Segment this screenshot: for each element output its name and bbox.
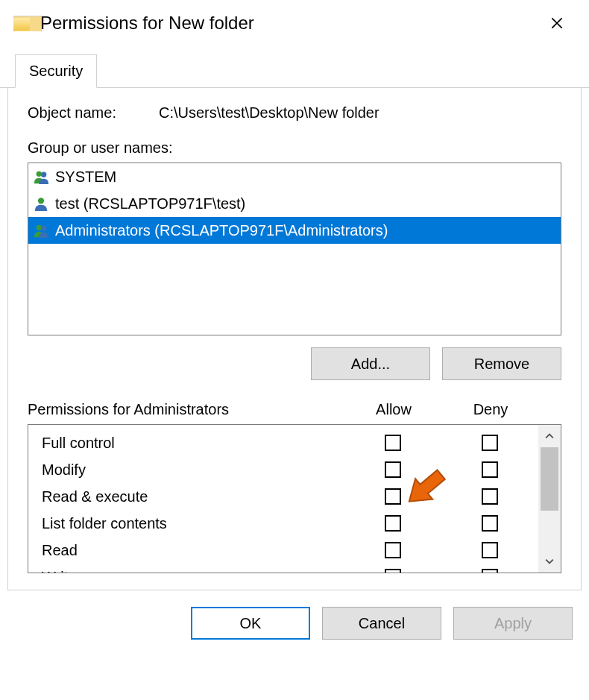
permission-row: Write: [42, 564, 538, 573]
folder-icon: [13, 16, 30, 31]
add-button[interactable]: Add...: [311, 347, 430, 380]
allow-checkbox[interactable]: [385, 542, 401, 558]
permission-row: Full control: [42, 429, 538, 456]
deny-checkbox[interactable]: [482, 435, 498, 451]
permission-row: Read: [42, 537, 538, 564]
scroll-track[interactable]: [538, 447, 561, 550]
permissions-for-label: Permissions for Administrators: [28, 401, 345, 418]
tab-content: Object name: C:\Users\test\Desktop\New f…: [7, 88, 582, 590]
permission-name: Full control: [42, 435, 344, 452]
close-button[interactable]: [540, 8, 574, 38]
allow-checkbox[interactable]: [385, 569, 401, 573]
object-row: Object name: C:\Users\test\Desktop\New f…: [28, 104, 561, 122]
chevron-up-icon: [545, 432, 554, 441]
deny-header: Deny: [442, 401, 539, 418]
object-name-label: Object name:: [28, 104, 132, 122]
deny-checkbox[interactable]: [482, 461, 498, 478]
scroll-up-button[interactable]: [538, 425, 561, 447]
group-item-label: Administrators (RCSLAPTOP971F\Administra…: [55, 222, 388, 239]
ok-button[interactable]: OK: [191, 607, 310, 640]
group-item[interactable]: SYSTEM: [28, 163, 561, 190]
permission-name: List folder contents: [42, 515, 344, 532]
chevron-down-icon: [545, 557, 554, 566]
permission-name: Modify: [42, 461, 344, 479]
groups-label: Group or user names:: [28, 139, 561, 157]
deny-checkbox[interactable]: [482, 488, 498, 505]
deny-checkbox[interactable]: [482, 515, 498, 532]
allow-checkbox[interactable]: [385, 488, 401, 505]
object-name-value: C:\Users\test\Desktop\New folder: [159, 104, 379, 122]
permission-row: Read & execute: [42, 483, 538, 510]
svg-point-2: [38, 198, 44, 204]
deny-checkbox[interactable]: [482, 569, 498, 573]
cancel-button[interactable]: Cancel: [322, 607, 441, 640]
scroll-down-button[interactable]: [538, 550, 561, 573]
permission-name: Write: [42, 569, 344, 573]
svg-point-4: [41, 226, 46, 231]
tab-strip: Security: [0, 45, 589, 88]
dialog-footer: OK Cancel Apply: [0, 590, 589, 640]
group-item-label: SYSTEM: [55, 168, 116, 186]
allow-checkbox[interactable]: [385, 461, 401, 478]
window-title: Permissions for New folder: [40, 13, 540, 34]
group-item[interactable]: test (RCSLAPTOP971F\test): [28, 190, 561, 217]
deny-checkbox[interactable]: [482, 542, 498, 558]
tab-security[interactable]: Security: [15, 54, 97, 88]
group-item[interactable]: Administrators (RCSLAPTOP971F\Administra…: [28, 217, 561, 244]
allow-header: Allow: [345, 401, 442, 418]
titlebar: Permissions for New folder: [0, 0, 589, 45]
permission-row: List folder contents: [42, 510, 538, 537]
group-item-label: test (RCSLAPTOP971F\test): [55, 195, 245, 212]
close-icon: [551, 17, 563, 29]
remove-button[interactable]: Remove: [442, 347, 561, 380]
apply-button[interactable]: Apply: [453, 607, 573, 640]
svg-point-0: [37, 171, 42, 177]
groups-listbox[interactable]: SYSTEM test (RCSLAPTOP971F\test) Adminis…: [28, 163, 561, 335]
svg-point-1: [41, 172, 46, 177]
permission-row: Modify: [42, 456, 538, 483]
svg-point-3: [37, 225, 42, 230]
permissions-listbox[interactable]: Full control Modify Read & execute List …: [28, 424, 561, 573]
allow-checkbox[interactable]: [385, 515, 401, 532]
scrollbar[interactable]: [538, 425, 561, 573]
scroll-thumb[interactable]: [541, 447, 558, 511]
permission-name: Read & execute: [42, 488, 344, 505]
permission-name: Read: [42, 542, 344, 559]
allow-checkbox[interactable]: [385, 435, 401, 451]
